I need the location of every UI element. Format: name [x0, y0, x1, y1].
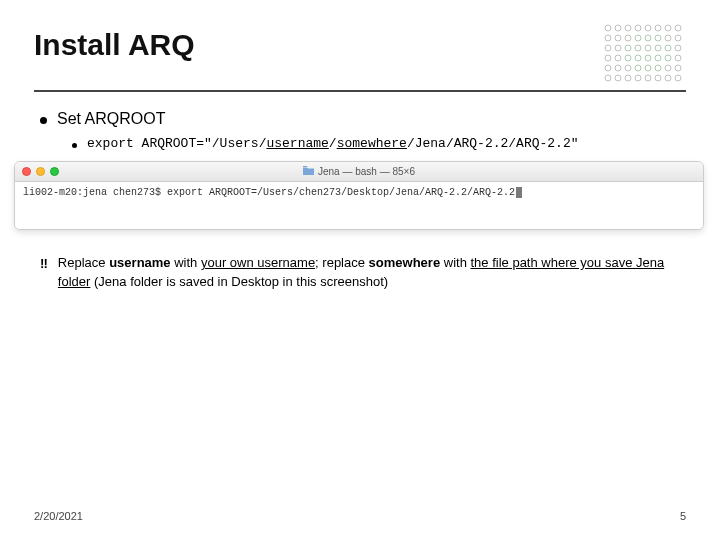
title-divider: [34, 90, 686, 92]
svg-point-43: [635, 75, 641, 81]
note-somewhere-bold: somewhere: [369, 255, 441, 270]
svg-point-11: [635, 35, 641, 41]
svg-point-30: [665, 55, 671, 61]
svg-point-42: [625, 75, 631, 81]
minimize-icon[interactable]: [36, 167, 45, 176]
svg-point-19: [635, 45, 641, 51]
footer-date: 2/20/2021: [34, 510, 83, 522]
svg-point-35: [635, 65, 641, 71]
export-command: export ARQROOT="/Users/username/somewher…: [87, 136, 579, 151]
terminal-title-text: Jena — bash — 85×6: [318, 166, 415, 177]
svg-point-21: [655, 45, 661, 51]
note-text: Replace username with your own username;…: [58, 254, 686, 292]
svg-point-9: [615, 35, 621, 41]
terminal-window: Jena — bash — 85×6 li002-m20:jena chen27…: [14, 161, 704, 230]
svg-point-39: [675, 65, 681, 71]
svg-point-17: [615, 45, 621, 51]
svg-point-12: [645, 35, 651, 41]
note-replace: ‼ Replace username with your own usernam…: [34, 254, 686, 292]
folder-icon: [303, 166, 314, 177]
svg-point-16: [605, 45, 611, 51]
note-own-username-ul: your own username: [201, 255, 315, 270]
svg-point-3: [635, 25, 641, 31]
svg-point-18: [625, 45, 631, 51]
bullet-dot-icon: [40, 117, 47, 124]
svg-point-7: [675, 25, 681, 31]
svg-point-47: [675, 75, 681, 81]
svg-point-14: [665, 35, 671, 41]
svg-point-29: [655, 55, 661, 61]
svg-point-15: [675, 35, 681, 41]
slide-title: Install ARQ: [34, 28, 195, 62]
terminal-titlebar: Jena — bash — 85×6: [15, 162, 703, 182]
svg-point-25: [615, 55, 621, 61]
svg-point-0: [605, 25, 611, 31]
svg-point-40: [605, 75, 611, 81]
sub-bullet-dot-icon: [72, 143, 77, 148]
svg-point-44: [645, 75, 651, 81]
terminal-line: li002-m20:jena chen273$ export ARQROOT=/…: [23, 187, 515, 198]
traffic-lights: [22, 167, 59, 176]
svg-point-36: [645, 65, 651, 71]
code-somewhere: somewhere: [337, 136, 407, 151]
svg-point-6: [665, 25, 671, 31]
code-sep1: /: [329, 136, 337, 151]
svg-point-20: [645, 45, 651, 51]
svg-point-24: [605, 55, 611, 61]
svg-point-45: [655, 75, 661, 81]
code-prefix: export ARQROOT="/Users/: [87, 136, 266, 151]
dot-grid-decoration: [602, 22, 692, 82]
svg-point-31: [675, 55, 681, 61]
svg-point-32: [605, 65, 611, 71]
svg-point-37: [655, 65, 661, 71]
double-exclamation-icon: ‼: [40, 255, 48, 274]
svg-point-1: [615, 25, 621, 31]
svg-point-28: [645, 55, 651, 61]
bullet-label: Set ARQROOT: [57, 110, 165, 128]
code-username: username: [266, 136, 328, 151]
footer-page-number: 5: [680, 510, 686, 522]
svg-point-38: [665, 65, 671, 71]
svg-point-41: [615, 75, 621, 81]
sub-bullet-export: export ARQROOT="/Users/username/somewher…: [72, 136, 686, 151]
terminal-body[interactable]: li002-m20:jena chen273$ export ARQROOT=/…: [15, 182, 703, 229]
svg-point-26: [625, 55, 631, 61]
svg-point-8: [605, 35, 611, 41]
svg-point-5: [655, 25, 661, 31]
svg-point-10: [625, 35, 631, 41]
svg-point-27: [635, 55, 641, 61]
zoom-icon[interactable]: [50, 167, 59, 176]
svg-point-4: [645, 25, 651, 31]
code-suffix: /Jena/ARQ-2.2/ARQ-2.2": [407, 136, 579, 151]
cursor-icon: [516, 187, 522, 198]
svg-point-22: [665, 45, 671, 51]
svg-point-23: [675, 45, 681, 51]
svg-point-13: [655, 35, 661, 41]
close-icon[interactable]: [22, 167, 31, 176]
svg-point-33: [615, 65, 621, 71]
svg-point-34: [625, 65, 631, 71]
note-username-bold: username: [109, 255, 170, 270]
svg-point-2: [625, 25, 631, 31]
svg-point-46: [665, 75, 671, 81]
bullet-set-arqroot: Set ARQROOT: [40, 110, 686, 128]
